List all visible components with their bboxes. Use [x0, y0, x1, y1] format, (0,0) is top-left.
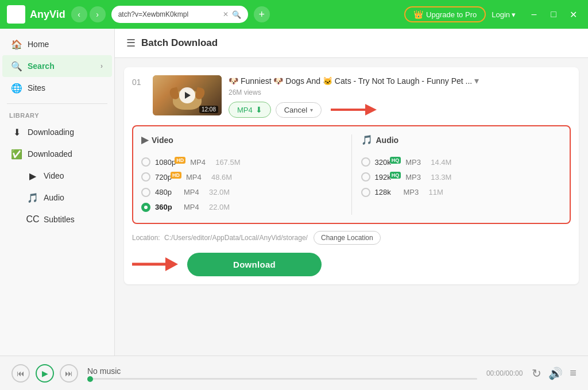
item-number: 01	[132, 78, 146, 87]
radio-128k[interactable]	[361, 188, 370, 197]
sidebar-item-downloading[interactable]: ⬇ Downloading	[2, 121, 112, 143]
maximize-button[interactable]: □	[546, 6, 562, 22]
red-arrow-indicator	[331, 101, 377, 118]
home-icon: 🏠	[11, 39, 22, 49]
radio-1080p[interactable]	[141, 157, 150, 167]
play-button[interactable]: ▶	[36, 364, 54, 383]
next-button[interactable]: ⏭	[60, 364, 78, 383]
video-header: 01 12:08	[132, 75, 571, 118]
crown-icon: 👑	[413, 10, 423, 19]
back-button[interactable]: ‹	[71, 6, 87, 22]
search-icon: 🔍	[11, 61, 22, 71]
video-thumbnail: 12:08	[153, 75, 222, 115]
sidebar-sites-label: Sites	[28, 83, 45, 92]
main-layout: 🏠 Home 🔍 Search › 🌐 Sites Library ⬇ Down…	[0, 29, 588, 356]
dropdown-icon[interactable]: ▾	[474, 75, 479, 86]
check-circle-icon: ✅	[11, 149, 22, 159]
track-progress-bar[interactable]	[87, 378, 477, 380]
sidebar-item-subtitles[interactable]: CC Subtitles	[2, 208, 112, 230]
size-192k: 13.3M	[431, 173, 459, 182]
sidebar-video-label: Video	[44, 171, 64, 180]
radio-320k[interactable]	[361, 157, 370, 167]
res-128k: 128k	[375, 188, 399, 196]
track-title: No music	[87, 366, 477, 376]
type-480p: MP4	[184, 188, 204, 196]
change-location-button[interactable]: Change Location	[314, 231, 381, 245]
player-track: No music	[87, 366, 477, 380]
sidebar-home-label: Home	[28, 40, 49, 49]
cancel-chevron-icon: ▾	[310, 107, 313, 113]
content-body: 01 12:08	[115, 58, 588, 356]
url-search-icon: 🔍	[232, 10, 241, 19]
content-area: ☰ Batch Download 01	[115, 29, 588, 356]
column-divider	[351, 134, 352, 215]
video-icon: ▶	[28, 171, 38, 181]
subtitles-icon: CC	[28, 214, 38, 225]
player-extras: ↻ 🔊 ≡	[532, 366, 577, 380]
format-row-720p: 720pHD MP4 48.6M	[141, 169, 342, 184]
app-logo: AnyVid	[7, 5, 65, 24]
track-progress-dot	[87, 376, 93, 382]
type-720p: MP4	[186, 173, 207, 182]
player-controls: ⏮ ▶ ⏭	[11, 364, 78, 383]
sidebar-item-sites[interactable]: 🌐 Sites	[2, 77, 112, 99]
size-320k: 14.4M	[431, 158, 459, 167]
repeat-icon[interactable]: ↻	[532, 366, 541, 380]
sidebar-search-label: Search	[28, 61, 55, 71]
hq-badge-320k: HQ	[390, 157, 401, 164]
close-button[interactable]: ✕	[565, 6, 581, 22]
type-360p: MP4	[184, 203, 204, 211]
video-controls: MP4 ⬇ Cancel ▾	[229, 101, 571, 118]
sidebar-item-downloaded[interactable]: ✅ Downloaded	[2, 143, 112, 165]
audio-col-header: 🎵 Audio	[361, 134, 562, 149]
format-row-320k: 320kHQ MP3 14.4M	[361, 155, 562, 169]
type-128k: MP3	[404, 188, 424, 196]
sidebar-subtitles-label: Subtitles	[44, 215, 75, 224]
res-1080p: 1080pHD	[155, 157, 185, 167]
volume-icon[interactable]: 🔊	[548, 366, 563, 380]
login-button[interactable]: Login ▾	[492, 10, 516, 19]
video-title: 🐶 Funniest 🐶 Dogs And 🐱 Cats - Try Not T…	[229, 75, 571, 86]
radio-720p[interactable]	[141, 172, 150, 182]
forward-button[interactable]: ›	[90, 6, 106, 22]
format-select-button[interactable]: MP4 ⬇	[229, 102, 271, 118]
add-tab-button[interactable]: +	[254, 6, 270, 22]
res-320k: 320kHQ	[375, 157, 401, 167]
type-1080p: MP4	[190, 158, 211, 167]
sidebar-item-search[interactable]: 🔍 Search ›	[2, 55, 112, 77]
sidebar-divider	[7, 103, 107, 104]
hd-badge-1080p: HD	[175, 157, 185, 164]
sidebar-item-home[interactable]: 🏠 Home	[2, 33, 112, 55]
download-button[interactable]: Download	[187, 253, 322, 276]
upgrade-button[interactable]: 👑 Upgrade to Pro	[404, 6, 486, 22]
track-time: 00:00/00:00	[486, 369, 523, 377]
video-info: 🐶 Funniest 🐶 Dogs And 🐱 Cats - Try Not T…	[229, 75, 571, 118]
radio-192k[interactable]	[361, 172, 370, 182]
size-720p: 48.6M	[211, 173, 240, 182]
radio-360p[interactable]	[141, 203, 150, 212]
playlist-icon[interactable]: ≡	[570, 366, 577, 380]
sidebar: 🏠 Home 🔍 Search › 🌐 Sites Library ⬇ Down…	[0, 29, 115, 356]
format-row-480p: 480p MP4 32.0M	[141, 185, 342, 200]
sidebar-item-audio[interactable]: 🎵 Audio	[2, 187, 112, 208]
download-arrow-icon: ⬇	[256, 105, 262, 114]
content-header: ☰ Batch Download	[115, 29, 588, 58]
previous-button[interactable]: ⏮	[11, 364, 30, 383]
thumbnail-play-button[interactable]	[179, 87, 195, 103]
res-360p: 360p	[155, 203, 179, 211]
logo-icon	[7, 5, 25, 24]
url-close-icon[interactable]: ✕	[223, 10, 229, 18]
type-320k: MP3	[405, 158, 426, 167]
chevron-down-icon: ▾	[512, 10, 516, 19]
audio-icon: 🎵	[28, 192, 38, 203]
minimize-button[interactable]: –	[526, 6, 542, 22]
video-item: 01 12:08	[124, 67, 579, 284]
url-bar: atch?v=XewbmK0kmpl ✕ 🔍	[111, 6, 248, 23]
audio-format-column: 🎵 Audio 320kHQ MP3 14.4M	[361, 134, 562, 215]
cancel-button[interactable]: Cancel ▾	[276, 102, 322, 118]
res-192k: 192kHQ	[375, 172, 401, 182]
page-title: Batch Download	[141, 37, 218, 49]
sidebar-item-video[interactable]: ▶ Video	[2, 165, 112, 187]
download-button-row: Download	[132, 253, 571, 276]
radio-480p[interactable]	[141, 188, 150, 197]
